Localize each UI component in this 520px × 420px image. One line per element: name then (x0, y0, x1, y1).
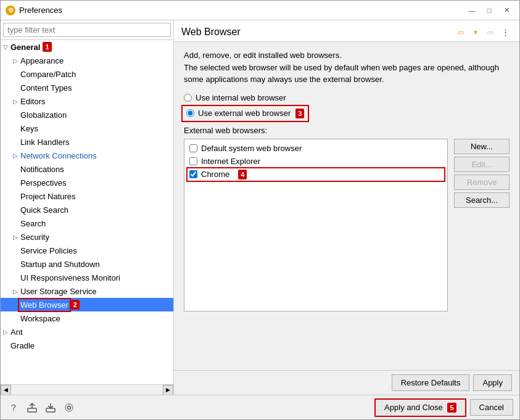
help-icon[interactable]: ? (7, 401, 20, 414)
back-button[interactable]: ⇦ (454, 25, 468, 39)
tree-item-network-connections[interactable]: ▷ Network Connections (1, 149, 173, 162)
scroll-track[interactable] (11, 385, 163, 395)
edit-button[interactable]: Edit... (454, 157, 510, 172)
horizontal-scrollbar[interactable]: ◀ ▶ (1, 384, 173, 395)
expand-arrow-editors: ▷ (13, 98, 20, 105)
tree-item-project-natures[interactable]: Project Natures (1, 189, 173, 203)
tree-item-appearance[interactable]: ▷ Appearance (1, 54, 173, 67)
tree-item-content-types[interactable]: Content Types (1, 81, 173, 94)
expand-arrow-network: ▷ (13, 152, 20, 159)
tree-item-user-storage[interactable]: ▷ User Storage Service (1, 284, 173, 298)
settings-icon[interactable] (62, 401, 76, 414)
bottom-bar: Restore Defaults Apply (174, 370, 519, 395)
tree-item-workspace[interactable]: Workspace (1, 311, 173, 325)
tree-item-search[interactable]: Search (1, 216, 173, 230)
spacer-link (13, 139, 20, 146)
browsers-list: Default system web browser Internet Expl… (184, 139, 448, 311)
tree-item-editors[interactable]: ▷ Editors (1, 94, 173, 108)
more-button[interactable]: ⋮ (498, 25, 512, 39)
tree-item-startup-shutdown[interactable]: Startup and Shutdown (1, 257, 173, 271)
expand-arrow-security: ▷ (13, 234, 20, 241)
tree-item-ant[interactable]: ▷ Ant (1, 325, 173, 339)
tree-item-security[interactable]: ▷ Security (1, 230, 173, 244)
svg-point-3 (65, 404, 73, 411)
right-toolbar: ⇦ ▼ ⇨ ⋮ (454, 25, 512, 39)
spacer-keys (13, 125, 20, 132)
scroll-left-btn[interactable]: ◀ (1, 385, 11, 395)
right-header: Web Browser ⇦ ▼ ⇨ ⋮ (174, 20, 519, 42)
filter-input[interactable] (3, 23, 171, 37)
close-button[interactable]: ✕ (498, 4, 514, 17)
search-button[interactable]: Search... (454, 192, 510, 208)
tree-item-gradle[interactable]: Gradle (1, 339, 173, 352)
tree-item-perspectives[interactable]: Perspectives (1, 176, 173, 189)
tree-label-ant: Ant (10, 327, 23, 337)
restore-defaults-button[interactable]: Restore Defaults (392, 374, 470, 391)
tree-label-service-policies: Service Policies (20, 246, 77, 255)
spacer-sp (13, 247, 20, 254)
new-button[interactable]: New... (454, 139, 510, 154)
tree-item-compare-patch[interactable]: Compare/Patch (1, 67, 173, 81)
tree-item-link-handlers[interactable]: Link Handlers (1, 135, 173, 149)
radio-external-label: Use external web browser (198, 109, 291, 118)
badge-5: 5 (447, 403, 456, 413)
tree-label-compare-patch: Compare/Patch (20, 70, 76, 79)
radio-external[interactable] (186, 109, 194, 117)
export-icon[interactable] (25, 401, 39, 414)
tree-label-notifications: Notifications (20, 165, 64, 174)
browser-item-default[interactable]: Default system web browser (187, 142, 445, 155)
browser-label-ie: Internet Explorer (201, 157, 260, 166)
cancel-button[interactable]: Cancel (470, 399, 513, 416)
scroll-right-btn[interactable]: ▶ (163, 385, 173, 395)
badge-1: 1 (43, 42, 51, 52)
tree-item-globalization[interactable]: Globalization (1, 108, 173, 121)
spacer-notif (13, 166, 20, 173)
dropdown-button[interactable]: ▼ (469, 25, 482, 39)
tree-label-network-connections: Network Connections (20, 151, 97, 160)
tree-label-ui-responsiveness: UI Responsiveness Monitori (20, 273, 120, 282)
apply-close-button[interactable]: Apply and Close 5 (374, 398, 466, 417)
browser-label-default: Default system web browser (201, 144, 302, 153)
tree-label-web-browser: Web Browser (20, 300, 68, 310)
browser-item-chrome[interactable]: Chrome 4 (187, 168, 445, 181)
tree-item-quick-search[interactable]: Quick Search (1, 203, 173, 216)
minimize-button[interactable]: — (464, 4, 480, 17)
tree-label-workspace: Workspace (20, 314, 60, 323)
description-text: Add, remove, or edit installed web brows… (184, 49, 510, 86)
expand-arrow-appearance: ▷ (13, 57, 20, 64)
forward-button[interactable]: ⇨ (484, 25, 497, 39)
expand-arrow-storage: ▷ (13, 288, 20, 295)
checkbox-chrome[interactable] (189, 170, 197, 178)
browser-label-chrome: Chrome (201, 170, 229, 179)
maximize-button[interactable]: □ (481, 4, 497, 17)
tree-item-notifications[interactable]: Notifications (1, 162, 173, 176)
footer-left: ? (7, 401, 76, 414)
tree-item-ui-responsiveness[interactable]: UI Responsiveness Monitori (1, 271, 173, 284)
radio-internal-option[interactable]: Use internal web browser (184, 93, 510, 102)
radio-internal[interactable] (184, 94, 192, 102)
tree-item-service-policies[interactable]: Service Policies (1, 244, 173, 257)
tree-label-gradle: Gradle (10, 341, 35, 350)
tree-item-keys[interactable]: Keys (1, 121, 173, 135)
apply-button[interactable]: Apply (473, 374, 512, 391)
tree-label-security: Security (20, 233, 49, 242)
left-panel: ▽ General 1 ▷ Appearance Compare/Patch (1, 20, 174, 395)
remove-button[interactable]: Remove (454, 175, 510, 190)
window-title: Preferences (19, 6, 62, 15)
spacer-proj (13, 193, 20, 200)
tree-label-appearance: Appearance (20, 56, 64, 65)
checkbox-ie[interactable] (189, 157, 197, 165)
import-icon[interactable] (44, 401, 57, 414)
tree-item-web-browser[interactable]: Web Browser 2 (1, 298, 173, 311)
radio-external-option[interactable]: Use external web browser (186, 109, 291, 118)
tree-label-quick-search: Quick Search (20, 205, 68, 215)
badge-4: 4 (238, 170, 247, 179)
checkbox-default[interactable] (189, 144, 197, 152)
spacer-ui (13, 274, 20, 281)
tree-label-link-handlers: Link Handlers (20, 138, 70, 147)
tree-item-general[interactable]: ▽ General 1 (1, 40, 173, 54)
spacer-ss (13, 261, 20, 268)
apply-close-label: Apply and Close (384, 403, 443, 412)
tree-label-editors: Editors (20, 97, 45, 106)
browser-item-ie[interactable]: Internet Explorer (187, 155, 445, 168)
